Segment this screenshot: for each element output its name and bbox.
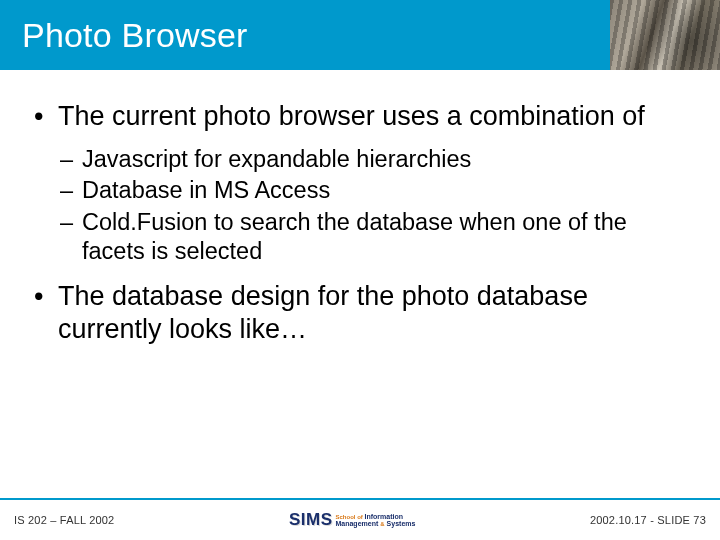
slide-title: Photo Browser xyxy=(0,16,248,55)
footer-right: 2002.10.17 - SLIDE 73 xyxy=(590,514,706,526)
sims-amp: & xyxy=(380,521,384,527)
slide-footer: IS 202 – FALL 2002 SIMS School of Inform… xyxy=(0,498,720,540)
sub-bullet-item: Javascript for expandable hierarchies xyxy=(58,145,690,174)
sims-systems: Systems xyxy=(387,520,416,527)
footer-logo: SIMS School of Information Management & … xyxy=(267,507,437,533)
bullet-text: The database design for the photo databa… xyxy=(58,281,588,344)
sub-bullet-item: Cold.Fusion to search the database when … xyxy=(58,208,690,267)
bullet-list: The current photo browser uses a combina… xyxy=(30,100,690,346)
sims-logo-subtext: School of Information Management & Syste… xyxy=(335,513,415,527)
bullet-item: The current photo browser uses a combina… xyxy=(30,100,690,266)
sims-information: Information xyxy=(364,513,403,520)
title-bar: Photo Browser xyxy=(0,0,720,70)
sub-bullet-text: Cold.Fusion to search the database when … xyxy=(82,209,627,264)
sims-management: Management xyxy=(335,520,378,527)
bullet-text: The current photo browser uses a combina… xyxy=(58,101,645,131)
bullet-item: The database design for the photo databa… xyxy=(30,280,690,346)
sub-bullet-list: Javascript for expandable hierarchies Da… xyxy=(58,145,690,267)
footer-left: IS 202 – FALL 2002 xyxy=(14,514,114,526)
sims-logo: SIMS School of Information Management & … xyxy=(289,510,416,530)
header-decorative-image xyxy=(610,0,720,70)
sims-line1: School of Information xyxy=(335,513,415,520)
sub-bullet-text: Javascript for expandable hierarchies xyxy=(82,146,471,172)
slide: Photo Browser The current photo browser … xyxy=(0,0,720,540)
sims-logo-mark: SIMS xyxy=(289,510,333,530)
sims-line2: Management & Systems xyxy=(335,520,415,527)
slide-body: The current photo browser uses a combina… xyxy=(0,70,720,346)
sub-bullet-text: Database in MS Access xyxy=(82,177,330,203)
sub-bullet-item: Database in MS Access xyxy=(58,176,690,205)
